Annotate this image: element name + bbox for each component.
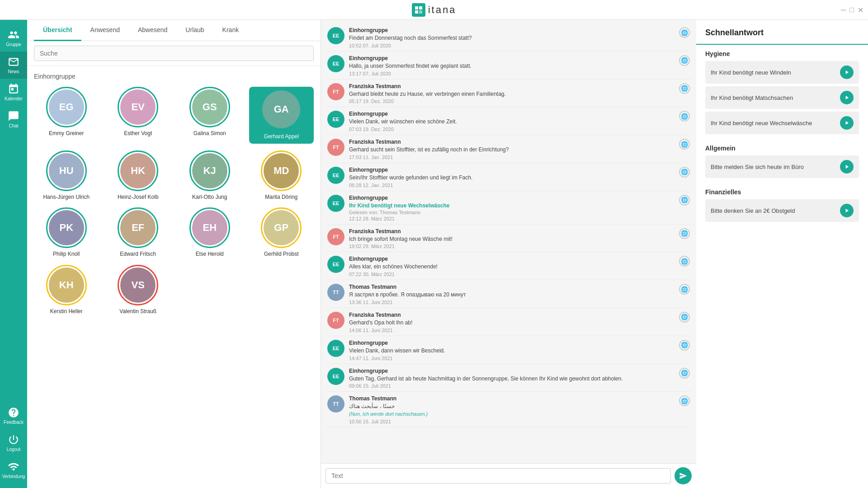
member-item-heinz[interactable]: HK Heinz-Josef Kolb	[106, 150, 171, 201]
right-panel-title: Schnellantwort	[696, 20, 868, 45]
member-item-hans[interactable]: HU Hans-Jürgen Ulrich	[34, 150, 99, 201]
chat-content: Franziska Testmann Gerhard sucht sein St…	[349, 139, 675, 160]
sidebar-item-chat[interactable]: Chat	[0, 106, 27, 133]
member-avatar-wrap: VS	[118, 265, 158, 305]
logo-text: itana	[428, 4, 457, 16]
quick-item-arrow[interactable]	[840, 160, 854, 174]
member-item-kerstin[interactable]: KH Kerstin Heller	[34, 265, 99, 315]
quick-section-title-finanzielles: Finanzielles	[705, 188, 859, 196]
sidebar-item-verbindung[interactable]: Verbindung	[0, 456, 27, 483]
quick-item-arrow[interactable]	[840, 66, 854, 79]
globe-icon[interactable]: 🌐	[679, 27, 690, 38]
chat-message-4: EE Einhorngruppe Vielen Dank, wir wünsch…	[326, 108, 692, 135]
chat-text-input[interactable]	[326, 468, 671, 483]
globe-icon[interactable]: 🌐	[679, 256, 690, 267]
tab-ubersicht[interactable]: Übersicht	[34, 20, 81, 41]
window-controls[interactable]: ─ □ ✕	[841, 5, 863, 14]
group-section: Einhorngruppe EG Emmy Greiner EV Esther …	[27, 66, 321, 488]
chat-time: 14:06 11. Juni 2021	[349, 328, 675, 333]
chat-text: Я застрял в пробке. Я опаздываю на 20 ми…	[349, 291, 675, 299]
chat-messages: EE Einhorngruppe Findet am Donnerstag no…	[321, 20, 696, 463]
sidebar-item-news[interactable]: News	[0, 52, 27, 79]
quick-item-wechselwaesche[interactable]: Ihr Kind benötigt neue Wechselwäsche	[705, 112, 859, 134]
chat-sender: Thomas Testmann	[349, 284, 675, 290]
member-avatar: GA	[262, 90, 300, 128]
sidebar-item-kalender[interactable]: Kalender	[0, 79, 27, 106]
member-name: Kerstin Heller	[50, 308, 83, 315]
globe-icon[interactable]: 🌐	[679, 368, 690, 379]
svg-rect-1	[419, 6, 422, 9]
quick-item-arrow[interactable]	[840, 116, 854, 130]
globe-icon[interactable]: 🌐	[679, 395, 690, 406]
maximize-button[interactable]: □	[849, 5, 854, 14]
tab-krank[interactable]: Krank	[213, 20, 248, 41]
member-item-galina[interactable]: GS Galina Simon	[177, 87, 242, 144]
member-item-valentin[interactable]: VS Valentin Strauß	[106, 265, 171, 315]
member-name: Emmy Greiner	[49, 130, 84, 137]
member-item-emmy[interactable]: EG Emmy Greiner	[34, 87, 99, 144]
chat-send-button[interactable]	[675, 467, 692, 484]
member-item-esther[interactable]: EV Esther Vogt	[106, 87, 171, 144]
chat-message-7: EE Einhorngruppe Ihr Kind benötigt neue …	[326, 192, 692, 225]
member-item-philip[interactable]: PK Philip Knoll	[34, 207, 99, 258]
globe-icon[interactable]: 🌐	[679, 83, 690, 94]
member-avatar-wrap: GA	[261, 89, 302, 130]
member-avatar: PK	[49, 210, 84, 245]
chat-translation: (Nun, ich werde dort nachschauen.)	[349, 411, 428, 417]
chat-sender: Einhorngruppe	[349, 368, 675, 374]
quick-item-arrow[interactable]	[840, 91, 854, 104]
member-item-marita[interactable]: MD Marita Döring	[249, 150, 314, 201]
globe-icon[interactable]: 🌐	[679, 195, 690, 206]
globe-icon[interactable]: 🌐	[679, 139, 690, 150]
sidebar-item-gruppe[interactable]: Gruppe	[0, 24, 27, 52]
chat-message-9: EE Einhorngruppe Alles klar, ein schönes…	[326, 253, 692, 280]
close-button[interactable]: ✕	[858, 5, 863, 14]
chat-avatar: FT	[327, 139, 344, 156]
globe-icon[interactable]: 🌐	[679, 111, 690, 122]
member-name: Philip Knoll	[53, 251, 80, 258]
chat-time: 10:56 15. Juli 2021	[349, 419, 675, 424]
globe-icon[interactable]: 🌐	[679, 228, 690, 239]
tab-urlaub[interactable]: Urlaub	[176, 20, 213, 41]
chat-content: Einhorngruppe Vielen Dank, dann wissen w…	[349, 340, 675, 361]
member-avatar-wrap: GP	[261, 207, 302, 248]
quick-section-finanzielles: Finanzielles Bitte denken Sie an 2€ Obst…	[696, 183, 868, 227]
chat-sender: Einhorngruppe	[349, 111, 675, 117]
chat-sender: Franziska Testmann	[349, 139, 675, 145]
sidebar-item-logout[interactable]: Logout	[0, 429, 27, 456]
chat-content: Einhorngruppe Sein/Ihr Stofftier wurde g…	[349, 167, 675, 188]
member-item-else[interactable]: EH Else Herold	[177, 207, 242, 258]
globe-icon[interactable]: 🌐	[679, 284, 690, 295]
quick-item-arrow[interactable]	[840, 204, 854, 217]
quick-item-matschsachen[interactable]: Ihr Kind benötigt Matschsachen	[705, 86, 859, 109]
chat-message-5: FT Franziska Testmann Gerhard sucht sein…	[326, 136, 692, 163]
member-item-edward[interactable]: EF Edward Fritsch	[106, 207, 171, 258]
member-avatar-wrap: KJ	[189, 150, 230, 191]
tab-abwesend[interactable]: Abwesend	[129, 20, 176, 41]
quick-item-windeln[interactable]: Ihr Kind benötigt neue Windeln	[705, 61, 859, 84]
globe-icon[interactable]: 🌐	[679, 55, 690, 66]
quick-item-obstgeld[interactable]: Bitte denken Sie an 2€ Obstgeld	[705, 199, 859, 222]
tab-anwesend[interactable]: Anwesend	[81, 20, 129, 41]
member-item-karl[interactable]: KJ Karl-Otto Jung	[177, 150, 242, 201]
minimize-button[interactable]: ─	[841, 5, 846, 14]
svg-rect-0	[415, 6, 418, 9]
chat-sender: Franziska Testmann	[349, 83, 675, 89]
member-avatar: GP	[264, 210, 299, 245]
quick-item-buero[interactable]: Bitte melden Sie sich heute im Büro	[705, 155, 859, 178]
member-item-gerhard[interactable]: GA Gerhard Appel	[249, 87, 314, 144]
chat-sender: Einhorngruppe	[349, 55, 675, 61]
chat-avatar: EE	[327, 111, 344, 128]
globe-icon[interactable]: 🌐	[679, 340, 690, 351]
sidebar-item-feedback[interactable]: Feedback	[0, 402, 27, 429]
quick-section-allgemein: Allgemein Bitte melden Sie sich heute im…	[696, 139, 868, 183]
member-avatar-wrap: HK	[118, 150, 158, 191]
member-item-gerhild[interactable]: GP Gerhild Probst	[249, 207, 314, 258]
globe-icon[interactable]: 🌐	[679, 167, 690, 178]
app-logo: itana	[412, 3, 457, 17]
globe-icon[interactable]: 🌐	[679, 312, 690, 323]
chat-avatar: EE	[327, 340, 344, 357]
chat-sender: Thomas Testmann	[349, 395, 675, 402]
chat-text: Sein/Ihr Stofftier wurde gefunden und li…	[349, 174, 675, 182]
search-input[interactable]	[34, 46, 314, 61]
